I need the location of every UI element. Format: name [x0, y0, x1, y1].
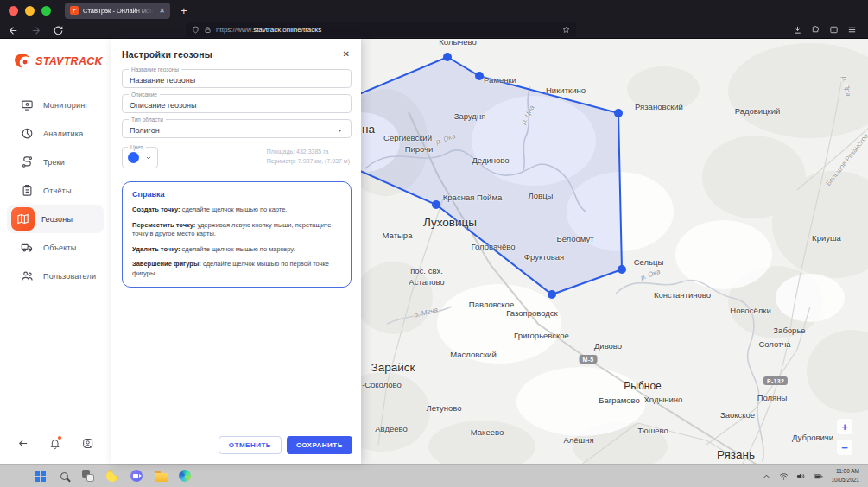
clock[interactable]: 11:00 AM 10/05/2021: [831, 467, 859, 484]
geozone-name-value: Название геозоны: [130, 76, 195, 85]
extensions-puzzle-icon[interactable]: [811, 25, 820, 35]
color-swatch[interactable]: [128, 152, 139, 163]
windows-taskbar: 11:00 AM 10/05/2021: [0, 464, 868, 487]
window-controls[interactable]: [9, 6, 51, 16]
tray-chevron-up-icon[interactable]: [762, 471, 771, 481]
select-caret-icon: [336, 127, 344, 135]
map-label: Белоомут: [556, 234, 593, 244]
sidebar-item-monitoring[interactable]: Мониторинг: [7, 91, 104, 119]
map-label: Рыбное: [624, 380, 661, 392]
shield-icon: [192, 26, 200, 34]
sidebar-toggle-icon[interactable]: [829, 25, 839, 35]
map-label: Сергиевский: [383, 133, 432, 142]
area-type-value: Полигон: [130, 126, 160, 135]
area-value: Площадь: 432.3385 га: [267, 147, 350, 156]
perimeter-value: Периметр: 7.937 км, (7.937 м): [267, 156, 350, 166]
tray-time: 11:00 AM: [831, 467, 859, 476]
new-tab-button[interactable]: +: [181, 4, 187, 17]
map-label: Алёшня: [563, 435, 593, 445]
reports-icon: [17, 181, 36, 200]
geozone-vertex[interactable]: [618, 265, 626, 274]
road-badge: М-5: [580, 355, 598, 364]
map-label: Масловский: [450, 350, 496, 359]
sidebar-item-label: Пользователи: [43, 272, 96, 281]
sidebar-item-analytics[interactable]: Аналитика: [7, 119, 104, 148]
forward-icon[interactable]: [30, 24, 41, 35]
sidebar-item-users[interactable]: Пользователи: [7, 262, 104, 290]
geozone-vertex[interactable]: [475, 72, 484, 80]
teams-chat-icon[interactable]: [130, 469, 143, 483]
browser-tab[interactable]: СтавТрэк - Онлайн мониторинг ✕: [65, 3, 170, 19]
close-window-button[interactable]: [9, 6, 18, 16]
sidebar-item-objects[interactable]: Объекты: [7, 233, 104, 262]
map-label: Криуша: [812, 233, 841, 243]
map-label: Газопроводск: [506, 308, 558, 318]
back-icon[interactable]: [8, 24, 19, 35]
area-type-select[interactable]: Тип области Полигон: [122, 119, 352, 138]
notifications-bell-icon[interactable]: [49, 437, 60, 450]
file-explorer-icon[interactable]: [154, 469, 168, 483]
geozone-name-field[interactable]: Название геозоны Название геозоны: [122, 69, 352, 88]
sidebar-nav: МониторингАналитикаТрекиОтчётыГеозоныОбъ…: [0, 91, 111, 290]
geozone-vertex[interactable]: [443, 53, 452, 61]
geozone-description-value: Описание геозоны: [130, 101, 196, 110]
menu-hamburger-icon[interactable]: [847, 25, 857, 35]
volume-icon[interactable]: [796, 471, 806, 481]
maximize-window-button[interactable]: [41, 6, 51, 16]
downloads-icon[interactable]: [793, 25, 802, 35]
start-button-icon[interactable]: [33, 469, 47, 483]
account-icon[interactable]: [82, 437, 93, 450]
panel-close-icon[interactable]: ✕: [341, 47, 352, 60]
map-canvas[interactable]: КолычевоРаменкиНикиткиноРязановскийРадов…: [361, 39, 868, 464]
url-bar[interactable]: https://www.stavtrack.online/tracks: [186, 22, 576, 37]
map-label: Поляны: [757, 393, 788, 402]
tray-date: 10/05/2021: [831, 476, 859, 484]
zoom-out-button[interactable]: −: [837, 440, 852, 455]
search-icon[interactable]: [57, 469, 71, 483]
color-picker[interactable]: Цвет: [122, 147, 158, 168]
map-label: Дивово: [594, 341, 622, 351]
analytics-icon: [17, 124, 36, 143]
task-view-icon[interactable]: [81, 469, 95, 483]
users-icon: [17, 267, 36, 286]
save-button[interactable]: СОХРАНИТЬ: [287, 436, 352, 454]
sidebar-item-tracks[interactable]: Треки: [7, 148, 104, 176]
cancel-button[interactable]: ОТМЕНИТЬ: [219, 436, 282, 454]
geozone-vertex[interactable]: [614, 109, 623, 117]
battery-icon[interactable]: [814, 471, 823, 481]
geozone-vertex[interactable]: [432, 200, 440, 209]
map-label: Ходынино: [644, 395, 683, 404]
sidebar-item-label: Отчёты: [43, 187, 72, 195]
bookmark-star-icon[interactable]: [562, 26, 570, 34]
geozone-vertex[interactable]: [548, 290, 556, 299]
notification-dot: [58, 436, 61, 440]
geozone-description-field[interactable]: Описание Описание геозоны: [122, 94, 352, 113]
edge-icon[interactable]: [178, 469, 192, 483]
minimize-window-button[interactable]: [25, 6, 35, 16]
tab-title: СтавТрэк - Онлайн мониторинг: [83, 7, 154, 15]
browser-tab-bar: СтавТрэк - Онлайн мониторинг ✕ +: [0, 0, 868, 21]
collapse-sidebar-icon[interactable]: [17, 437, 29, 450]
url-scheme: https://www.: [216, 26, 253, 34]
stavtrack-logo-icon: [12, 51, 33, 72]
firefox-icon[interactable]: [105, 469, 119, 483]
help-box: Справка Создать точку: сделайте щелчок м…: [122, 181, 352, 288]
map-label: Матыра: [383, 231, 413, 240]
reload-icon[interactable]: [53, 24, 64, 35]
map-label: Тюшево: [637, 426, 668, 435]
sidebar-footer: [0, 437, 111, 464]
map-label: Авдеево: [375, 424, 408, 433]
map-label: Заокское: [720, 410, 755, 420]
map-label: Заборье: [773, 326, 805, 335]
zoom-in-button[interactable]: +: [837, 419, 852, 434]
tab-close-icon[interactable]: ✕: [159, 7, 165, 15]
help-title: Справка: [132, 190, 341, 199]
system-tray: 11:00 AM 10/05/2021: [762, 467, 859, 484]
sidebar-item-geozones[interactable]: Геозоны: [7, 205, 104, 233]
wifi-icon[interactable]: [779, 471, 789, 481]
road-badge: Р-132: [763, 376, 788, 385]
sidebar-item-reports[interactable]: Отчёты: [7, 176, 104, 205]
help-item: Удалить точку: сделайте щелчок мышью по …: [132, 245, 341, 255]
map-label: Рязань: [717, 448, 755, 461]
geozone-name-label: Название геозоны: [129, 66, 181, 73]
